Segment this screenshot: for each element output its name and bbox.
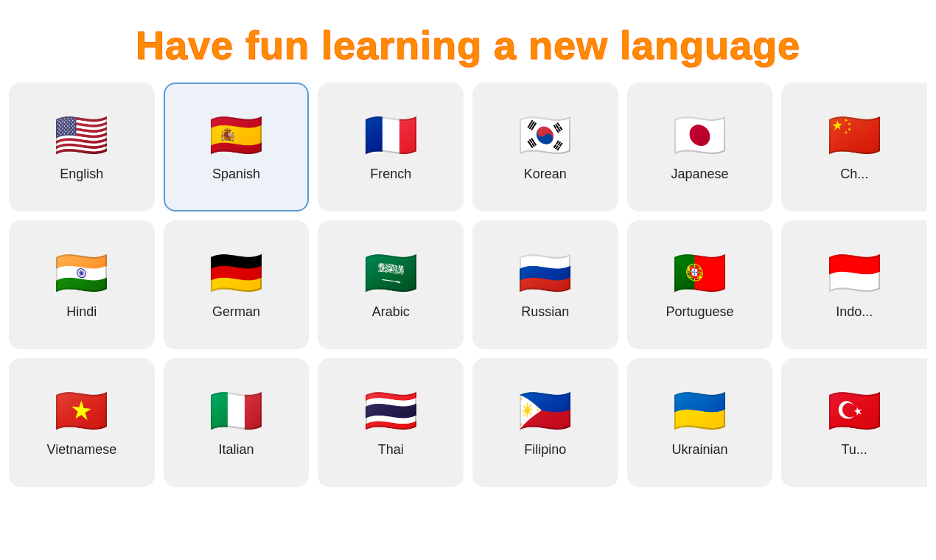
flag-portuguese: 🇵🇹 [672, 251, 727, 295]
flag-english: 🇺🇸 [54, 113, 109, 158]
language-card-japanese[interactable]: 🇯🇵Japanese [627, 83, 773, 211]
language-card-indonesian[interactable]: 🇮🇩Indo... [781, 220, 927, 349]
language-name-chinese: Ch... [840, 167, 868, 182]
language-name-korean: Korean [524, 167, 567, 182]
language-name-hindi: Hindi [66, 304, 97, 320]
header: Have fun learning a new language [0, 0, 936, 83]
language-name-german: German [212, 304, 260, 320]
flag-spanish: 🇪🇸 [209, 113, 264, 158]
flag-vietnamese: 🇻🇳 [54, 389, 109, 433]
language-name-filipino: Filipino [524, 442, 566, 458]
flag-hindi: 🇮🇳 [54, 251, 109, 295]
language-card-chinese[interactable]: 🇨🇳Ch... [781, 83, 927, 211]
flag-russian: 🇷🇺 [517, 251, 573, 295]
flag-korean: 🇰🇷 [517, 113, 573, 158]
flag-ukrainian: 🇺🇦 [672, 389, 727, 433]
flag-thai: 🇹🇭 [363, 389, 419, 433]
language-card-italian[interactable]: 🇮🇹Italian [164, 358, 310, 487]
language-card-russian[interactable]: 🇷🇺Russian [472, 220, 618, 349]
language-card-spanish[interactable]: 🇪🇸Spanish [164, 83, 310, 211]
language-name-indonesian: Indo... [836, 304, 873, 320]
language-name-russian: Russian [521, 304, 569, 320]
language-name-italian: Italian [218, 442, 254, 458]
language-card-thai[interactable]: 🇹🇭Thai [318, 358, 464, 487]
language-row-1: 🇮🇳Hindi🇩🇪German🇸🇦Arabic🇷🇺Russian🇵🇹Portug… [9, 220, 927, 349]
language-card-hindi[interactable]: 🇮🇳Hindi [9, 220, 155, 349]
language-name-japanese: Japanese [671, 167, 728, 182]
language-name-turkish: Tu... [841, 442, 867, 458]
language-name-vietnamese: Vietnamese [46, 442, 116, 458]
page-title: Have fun learning a new language [0, 22, 936, 68]
language-name-english: English [60, 167, 103, 182]
language-row-0: 🇺🇸English🇪🇸Spanish🇫🇷French🇰🇷Korean🇯🇵Japa… [9, 83, 927, 211]
language-card-french[interactable]: 🇫🇷French [318, 83, 464, 211]
flag-turkish: 🇹🇷 [827, 389, 882, 433]
language-name-spanish: Spanish [212, 167, 260, 182]
language-card-filipino[interactable]: 🇵🇭Filipino [472, 358, 618, 487]
flag-french: 🇫🇷 [363, 113, 419, 158]
flag-filipino: 🇵🇭 [517, 389, 573, 433]
language-card-korean[interactable]: 🇰🇷Korean [472, 83, 618, 211]
language-name-ukrainian: Ukrainian [671, 442, 727, 458]
language-card-ukrainian[interactable]: 🇺🇦Ukrainian [627, 358, 773, 487]
language-card-arabic[interactable]: 🇸🇦Arabic [318, 220, 464, 349]
language-card-vietnamese[interactable]: 🇻🇳Vietnamese [9, 358, 155, 487]
language-card-german[interactable]: 🇩🇪German [164, 220, 310, 349]
language-name-french: French [370, 167, 411, 182]
language-card-portuguese[interactable]: 🇵🇹Portuguese [627, 220, 773, 349]
app-container: Have fun learning a new language 🇺🇸Engli… [0, 0, 936, 487]
flag-arabic: 🇸🇦 [363, 251, 419, 295]
language-row-2: 🇻🇳Vietnamese🇮🇹Italian🇹🇭Thai🇵🇭Filipino🇺🇦U… [9, 358, 927, 487]
flag-chinese: 🇨🇳 [827, 113, 882, 158]
flag-japanese: 🇯🇵 [672, 113, 727, 158]
language-name-portuguese: Portuguese [666, 304, 733, 320]
flag-german: 🇩🇪 [209, 251, 264, 295]
flag-indonesian: 🇮🇩 [827, 251, 882, 295]
language-name-thai: Thai [378, 442, 404, 458]
language-name-arabic: Arabic [372, 304, 410, 320]
flag-italian: 🇮🇹 [209, 389, 264, 433]
language-card-turkish[interactable]: 🇹🇷Tu... [781, 358, 927, 487]
language-grid: 🇺🇸English🇪🇸Spanish🇫🇷French🇰🇷Korean🇯🇵Japa… [0, 83, 936, 487]
language-card-english[interactable]: 🇺🇸English [9, 83, 155, 211]
